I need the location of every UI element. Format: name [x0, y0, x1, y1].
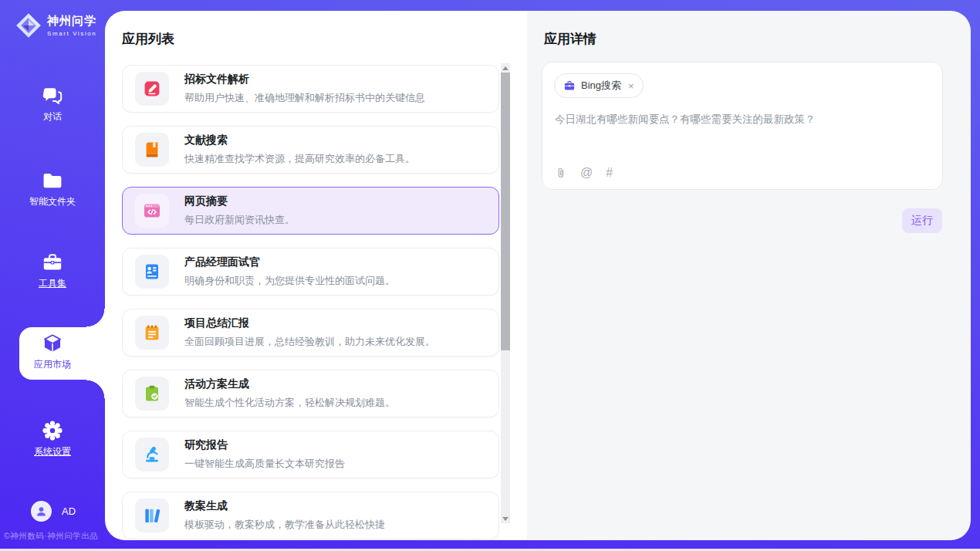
app-card-title: 教案生成: [184, 499, 385, 513]
app-card-description: 每日政府新闻资讯快查。: [184, 213, 295, 227]
app-card[interactable]: 研究报告 一键智能生成高质量长文本研究报告: [122, 431, 499, 478]
chat-icon: [42, 85, 63, 106]
sidebar-item-smart-folder[interactable]: 智能文件夹: [0, 170, 105, 208]
app-card-description: 全面回顾项目进展，总结经验教训，助力未来优化发展。: [184, 335, 435, 349]
bubble-curve-top: [86, 309, 105, 327]
app-card-description: 智能生成个性化活动方案，轻松解决规划难题。: [184, 396, 395, 410]
brand-subtitle: Smart Vision: [47, 30, 96, 37]
sidebar-item-label: 应用市场: [0, 358, 105, 371]
resume-icon: [135, 255, 169, 289]
app-card-title: 研究报告: [184, 438, 345, 452]
tool-tag-label: Bing搜索: [581, 79, 621, 93]
books-icon: [135, 499, 169, 532]
sidebar-item-label: 对话: [0, 110, 105, 123]
scroll-down-icon[interactable]: [501, 514, 510, 523]
sidebar-item-chat[interactable]: 对话: [0, 85, 105, 123]
app-card-title: 项目总结汇报: [184, 316, 435, 330]
sidebar-item-toolset[interactable]: 工具集: [0, 252, 105, 290]
brand-title: 神州问学: [47, 14, 96, 29]
clipboard-check-icon: [135, 377, 169, 411]
scrollbar-thumb[interactable]: [501, 73, 510, 350]
tag-close-icon[interactable]: ×: [628, 80, 634, 92]
run-button[interactable]: 运行: [902, 208, 942, 233]
user-name: AD: [62, 505, 76, 517]
app-card[interactable]: 教案生成 模板驱动，教案秒成，教学准备从此轻松快捷: [122, 492, 499, 539]
user-avatar-icon: [35, 505, 48, 518]
cube-icon: [42, 333, 63, 354]
attachment-icon[interactable]: [555, 166, 567, 180]
app-detail-section: 应用详情 Bing搜索 × 今日湖北有哪些新闻要点？有哪些需要关注的最新政策？ …: [527, 11, 971, 540]
app-card-title: 招标文件解析: [184, 73, 425, 86]
app-list: 招标文件解析 帮助用户快速、准确地理解和解析招标书中的关键信息 文献搜索 快速精…: [122, 65, 499, 540]
briefcase-icon: [563, 79, 576, 92]
app-card[interactable]: 招标文件解析 帮助用户快速、准确地理解和解析招标书中的关键信息: [122, 65, 499, 113]
app-list-title: 应用列表: [122, 30, 174, 48]
app-card-description: 帮助用户快速、准确地理解和解析招标书中的关键信息: [184, 91, 425, 105]
app-card[interactable]: 网页摘要 每日政府新闻资讯快查。: [122, 187, 499, 235]
diamond-logo-icon: [14, 11, 43, 40]
content-panel: 应用列表 招标文件解析 帮助用户快速、准确地理解和解析招标书中的关键信息 文献搜…: [105, 11, 971, 540]
app-card-description: 明确身份和职责，为您提供专业性的面试问题。: [184, 274, 395, 288]
mention-icon[interactable]: @: [580, 166, 593, 180]
app-card[interactable]: 项目总结汇报 全面回顾项目进展，总结经验教训，助力未来优化发展。: [122, 309, 499, 357]
app-card-description: 快速精准查找学术资源，提高研究效率的必备工具。: [184, 152, 415, 166]
app-card[interactable]: 活动方案生成 智能生成个性化活动方案，轻松解决规划难题。: [122, 370, 499, 417]
app-list-section: 应用列表 招标文件解析 帮助用户快速、准确地理解和解析招标书中的关键信息 文献搜…: [105, 11, 527, 540]
microscope-icon: [135, 438, 169, 472]
app-card-description: 一键智能生成高质量长文本研究报告: [184, 457, 345, 471]
gear-icon: [42, 420, 63, 441]
copyright-text: ©神州数码·神州问学出品: [4, 531, 104, 542]
app-card[interactable]: 产品经理面试官 明确身份和职责，为您提供专业性的面试问题。: [122, 248, 499, 296]
app-card-description: 模板驱动，教案秒成，教学准备从此轻松快捷: [184, 518, 385, 532]
book-icon: [135, 133, 169, 167]
prompt-card: Bing搜索 × 今日湖北有哪些新闻要点？有哪些需要关注的最新政策？ @ #: [542, 62, 943, 190]
bubble-curve-bottom: [86, 380, 105, 398]
avatar: [31, 501, 52, 522]
app-window: 神州问学 Smart Vision 对话 智能文件夹 工具集 应用市场 系统设置: [0, 0, 980, 549]
tool-tag-bing-search[interactable]: Bing搜索 ×: [554, 73, 644, 98]
app-card[interactable]: 文献搜索 快速精准查找学术资源，提高研究效率的必备工具。: [122, 126, 499, 174]
app-list-scrollbar[interactable]: [501, 63, 510, 523]
app-card-title: 文献搜索: [184, 134, 415, 147]
app-card-title: 活动方案生成: [184, 377, 395, 391]
brand-logo: 神州问学 Smart Vision: [14, 11, 96, 40]
browser-icon: [135, 194, 169, 228]
app-detail-title: 应用详情: [544, 30, 596, 48]
scroll-up-icon[interactable]: [501, 63, 510, 73]
toolbox-icon: [42, 252, 63, 273]
sidebar-item-label: 工具集: [0, 277, 105, 290]
user-account[interactable]: AD: [31, 501, 76, 522]
sidebar: 神州问学 Smart Vision 对话 智能文件夹 工具集 应用市场 系统设置: [0, 0, 105, 549]
sidebar-item-settings[interactable]: 系统设置: [0, 420, 105, 458]
app-card-title: 网页摘要: [184, 194, 295, 208]
doc-edit-icon: [135, 72, 169, 106]
topic-icon[interactable]: #: [606, 166, 613, 180]
notepad-icon: [135, 316, 169, 350]
sidebar-item-label: 系统设置: [0, 445, 105, 458]
app-card-title: 产品经理面试官: [184, 255, 395, 269]
sidebar-item-app-market[interactable]: 应用市场: [0, 333, 105, 371]
folder-icon: [42, 170, 63, 191]
sidebar-item-label: 智能文件夹: [0, 195, 105, 208]
prompt-text: 今日湖北有哪些新闻要点？有哪些需要关注的最新政策？: [555, 112, 930, 127]
